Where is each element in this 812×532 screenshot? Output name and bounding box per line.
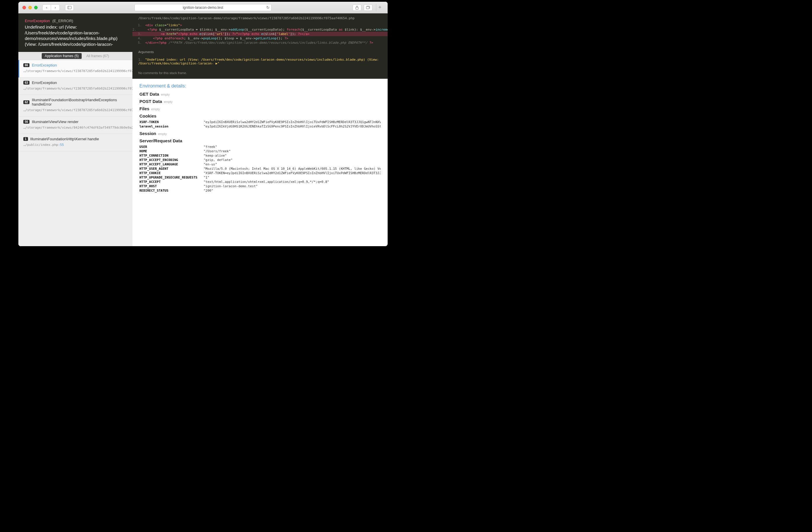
kv-key: HTTP_UPGRADE_INSECURE_REQUESTS	[140, 176, 201, 179]
kv-key: XSRF-TOKEN	[140, 120, 201, 124]
kv-key: REDIRECT_STATUS	[140, 189, 201, 192]
kv-key: HTTP_ACCEPT_ENCODING	[140, 158, 201, 162]
frame-name: Illuminate\Foundation\Bootstrap\HandleEx…	[32, 98, 128, 106]
stack-frame[interactable]: 56Illuminate\View\View render…/storage/f…	[18, 117, 132, 134]
section-get: GET Data empty	[140, 91, 381, 97]
kv-row: HTTP_HOST"ignition-laracon-demo.test"	[140, 184, 381, 188]
kv-key: HTTP_HOST	[140, 184, 201, 188]
svg-rect-0	[67, 6, 71, 9]
back-button[interactable]: ‹	[42, 4, 51, 11]
kv-row: REDIRECT_STATUS"200"	[140, 188, 381, 193]
kv-value: "ignition-laracon-demo.test"	[204, 184, 258, 188]
right-panel: /Users/freek/dev/code/ignition-laracon-d…	[132, 13, 388, 246]
kv-value: "XSRF-TOKEN=eyJpdiI6InBXUERiSzlwa2dHY2d1…	[204, 171, 381, 175]
frame-name: Illuminate\View\View render	[32, 119, 78, 124]
kv-value: "200"	[204, 189, 213, 192]
error-message: Undefined index: url (View: /Users/freek…	[25, 24, 126, 47]
frame-name: Illuminate\Foundation\Http\Kernel handle	[30, 137, 99, 141]
arguments-label: Arguments	[132, 48, 388, 56]
kv-value: "/Users/freek"	[204, 149, 231, 153]
kv-row: HTTP_CONNECTION"keep-alive"	[140, 154, 381, 158]
browser-window: ‹ › ignition-laracon-demo.test ↻ + Error…	[18, 2, 388, 246]
kv-key: HTTP_COOKIE	[140, 171, 201, 175]
kv-key: laravel_session	[140, 125, 201, 128]
share-icon	[355, 5, 359, 10]
share-button[interactable]	[353, 4, 361, 11]
kv-row: laravel_session"eyJpdiI6IkVjdG9HS1R2UGJE…	[140, 124, 381, 129]
no-comments: No comments for this stack frame.	[132, 69, 388, 79]
stack-frame[interactable]: 1Illuminate\Foundation\Http\Kernel handl…	[18, 134, 132, 152]
new-tab-button[interactable]: +	[376, 4, 383, 11]
kv-value: "keep-alive"	[204, 154, 227, 158]
tab-app-frames[interactable]: Application frames (5)	[42, 53, 82, 59]
section-session: Session empty	[140, 131, 381, 136]
frame-path: …/storage/framework/views/f238787285fa6b…	[23, 108, 128, 113]
kv-value: "gzip, deflate"	[204, 158, 232, 162]
forward-button[interactable]: ›	[51, 4, 60, 11]
maximize-button[interactable]	[34, 6, 38, 9]
cookies-table: XSRF-TOKEN"eyJpdiI6InBXUERiSzlwa2dHY2d1Z…	[140, 120, 381, 129]
kv-row: HTTP_ACCEPT"text/html,application/xhtml+…	[140, 180, 381, 184]
stack-frame[interactable]: 63ErrorException…/storage/framework/view…	[18, 77, 132, 95]
frame-number: 1	[23, 137, 28, 141]
argument-value: 1."Undefined index: url (View: /Users/fr…	[132, 56, 388, 69]
minimize-button[interactable]	[28, 6, 32, 9]
svg-rect-5	[366, 6, 369, 9]
tabs-icon	[366, 5, 370, 10]
frame-number: 56	[23, 120, 29, 124]
frame-tabs: Application frames (5) All frames (67)	[18, 52, 132, 60]
kv-value: "freek"	[204, 145, 217, 149]
code-block: 1.<div class="links"> 2. <?php $__curren…	[132, 22, 388, 48]
section-cookies: Cookies	[140, 113, 381, 118]
stack-frame[interactable]: 62Illuminate\Foundation\Bootstrap\Handle…	[18, 95, 132, 117]
tabs-button[interactable]	[364, 4, 373, 11]
reload-icon[interactable]: ↻	[266, 5, 270, 10]
section-post: POST Data empty	[140, 99, 381, 104]
close-button[interactable]	[23, 6, 26, 9]
kv-key: USER	[140, 145, 201, 149]
left-panel: ErrorException (E_ERROR) Undefined index…	[18, 13, 132, 246]
frame-name: ErrorException	[32, 63, 57, 67]
error-type: ErrorException	[25, 19, 50, 23]
frames-list: 66ErrorException…/storage/framework/view…	[18, 60, 132, 246]
frame-path: …/public/index.php:55	[23, 143, 128, 147]
address-bar[interactable]: ignition-laracon-demo.test ↻	[134, 4, 272, 11]
frame-number: 66	[23, 63, 29, 67]
kv-row: HTTP_UPGRADE_INSECURE_REQUESTS"1"	[140, 175, 381, 180]
kv-row: HOME"/Users/freek"	[140, 149, 381, 154]
kv-key: HTTP_USER_AGENT	[140, 167, 201, 171]
kv-value: "1"	[204, 176, 209, 179]
frame-path: …/storage/framework/views/84246fc474df63…	[23, 126, 128, 130]
kv-value: "eyJpdiI6IkVjdG9HS1R2UGJENEhkaTZzSG9Penc…	[204, 125, 381, 128]
section-files: Files empty	[140, 106, 381, 111]
kv-row: HTTP_ACCEPT_LANGUAGE"en-us"	[140, 162, 381, 167]
frame-number: 62	[23, 100, 29, 104]
kv-row: USER"freek"	[140, 145, 381, 149]
url-text: ignition-laracon-demo.test	[183, 5, 223, 10]
traffic-lights	[23, 6, 38, 9]
frame-name: ErrorException	[32, 81, 57, 85]
frame-path: …/storage/framework/views/f238787285fa6b…	[23, 69, 128, 74]
titlebar: ‹ › ignition-laracon-demo.test ↻ +	[18, 2, 388, 13]
sidebar-toggle[interactable]	[65, 4, 74, 11]
frame-path: …/storage/framework/views/f238787285fa6b…	[23, 86, 128, 91]
kv-key: HTTP_ACCEPT	[140, 180, 201, 184]
sidebar-icon	[67, 5, 71, 10]
kv-key: HOME	[140, 149, 201, 153]
error-code: (E_ERROR)	[52, 19, 73, 23]
kv-row: XSRF-TOKEN"eyJpdiI6InBXUERiSzlwa2dHY2d1Z…	[140, 120, 381, 124]
kv-row: HTTP_USER_AGENT"Mozilla/5.0 (Macintosh; …	[140, 167, 381, 171]
kv-row: HTTP_COOKIE"XSRF-TOKEN=eyJpdiI6InBXUERiS…	[140, 171, 381, 175]
kv-key: HTTP_CONNECTION	[140, 154, 201, 158]
kv-value: "en-us"	[204, 162, 217, 166]
error-header: ErrorException (E_ERROR) Undefined index…	[18, 13, 132, 52]
kv-row: HTTP_ACCEPT_ENCODING"gzip, deflate"	[140, 158, 381, 162]
kv-value: "text/html,application/xhtml+xml,applica…	[204, 180, 329, 184]
stack-frame[interactable]: 66ErrorException…/storage/framework/view…	[18, 60, 132, 77]
tab-all-frames[interactable]: All frames (67)	[86, 54, 109, 58]
kv-key: HTTP_ACCEPT_LANGUAGE	[140, 162, 201, 166]
code-file-path: /Users/freek/dev/code/ignition-laracon-d…	[132, 13, 388, 22]
nav-buttons: ‹ ›	[42, 4, 60, 11]
frame-number: 63	[23, 81, 29, 85]
environment-section: Environment & details: GET Data empty PO…	[132, 79, 388, 202]
